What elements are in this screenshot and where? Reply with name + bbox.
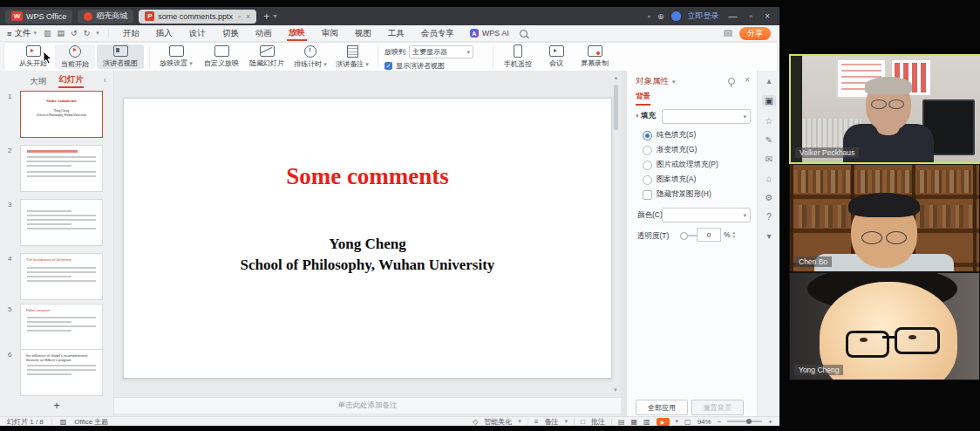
tab-member[interactable]: 会员专享 xyxy=(419,27,456,40)
login-link[interactable]: 立即登录 xyxy=(688,10,719,22)
print-icon[interactable]: ▤ xyxy=(58,29,65,38)
undo-icon[interactable]: ↺ xyxy=(71,29,78,38)
close-button[interactable]: × xyxy=(762,11,772,21)
chevron-down-icon[interactable]: ▾ xyxy=(96,30,99,37)
zoom-slider-thumb[interactable] xyxy=(746,419,752,424)
color-select[interactable]: ▾ xyxy=(662,208,751,222)
video-tile-chenbo[interactable]: Chen Bo xyxy=(789,164,980,272)
avatar[interactable] xyxy=(671,11,681,21)
notification-icon[interactable] xyxy=(724,30,732,37)
meeting-button[interactable]: 会议 xyxy=(540,44,573,69)
theme-label[interactable]: Office 主题 xyxy=(74,417,108,427)
pattern-fill-radio[interactable] xyxy=(643,175,652,185)
gradient-fill-radio[interactable] xyxy=(643,146,652,155)
tab-design[interactable]: 设计 xyxy=(187,27,208,40)
favorites-star-icon[interactable]: ☆ xyxy=(766,116,773,126)
slide-thumbnail-2[interactable] xyxy=(20,145,103,192)
tab-detach-icon[interactable]: ▫ xyxy=(238,12,241,21)
tab-transition[interactable]: 切换 xyxy=(221,27,241,40)
tab-docer-store[interactable]: 稻壳商城 xyxy=(78,10,133,24)
reset-background-button[interactable]: 重置背景 xyxy=(691,400,744,415)
normal-view-icon[interactable]: ▤ xyxy=(618,418,625,426)
collapse-panel-icon[interactable]: ‹ xyxy=(104,75,106,85)
help-icon[interactable]: ? xyxy=(766,212,772,222)
rehearse-timings-button[interactable]: 排练计时 ▾ xyxy=(290,44,330,69)
slide-sorter-view-icon[interactable]: ▦ xyxy=(630,418,637,426)
scrollbar-thumb[interactable] xyxy=(614,85,618,130)
tab-review[interactable]: 审阅 xyxy=(320,27,340,40)
share-button[interactable]: 分享 xyxy=(739,27,771,40)
search-icon[interactable] xyxy=(520,30,527,38)
add-slide-button[interactable]: + xyxy=(0,399,113,412)
mail-icon[interactable]: ✉ xyxy=(766,154,772,164)
slide-thumbnail-4[interactable]: The foundations of Geometry xyxy=(20,253,103,300)
picture-fill-radio[interactable] xyxy=(643,161,652,170)
fullscreen-icon[interactable]: ▢ xyxy=(684,418,691,426)
show-settings-button[interactable]: 放映设置 ▾ xyxy=(154,44,198,69)
tab-list-dropdown-icon[interactable]: ▾ xyxy=(273,12,276,20)
presenter-view-checkbox[interactable]: ✓ xyxy=(385,62,392,70)
zoom-out-button[interactable]: − xyxy=(718,418,722,426)
comments-button[interactable]: 批注 xyxy=(591,417,605,427)
slide-thumbnail-5[interactable]: Hilbert program xyxy=(20,304,103,351)
settings-gear-icon[interactable]: ⚙ xyxy=(766,193,773,202)
save-icon[interactable]: ▥ xyxy=(44,29,51,38)
tab-animation[interactable]: 动画 xyxy=(254,27,274,40)
edit-pencil-icon[interactable]: ✎ xyxy=(766,135,772,145)
fill-section-header[interactable]: ▾ 填充 xyxy=(636,111,656,121)
chevron-down-icon[interactable]: ▾ xyxy=(676,418,679,425)
panel-close-icon[interactable]: × xyxy=(745,75,750,85)
wps-ai-button[interactable]: A WPS AI xyxy=(470,29,509,38)
display-select[interactable]: 主要显示器▾ xyxy=(409,45,473,58)
screen-record-button[interactable]: 屏幕录制 xyxy=(575,44,615,69)
tab-insert[interactable]: 插入 xyxy=(154,27,174,40)
notes-button[interactable]: 备注 xyxy=(545,417,559,427)
notes-area[interactable]: 单击此处添加备注 xyxy=(114,397,621,414)
scroll-up-icon[interactable]: ▴ xyxy=(766,76,771,86)
scroll-down-icon[interactable]: ▾ xyxy=(766,231,771,241)
tab-home[interactable]: 开始 xyxy=(121,27,141,40)
video-tile-volker[interactable]: Volker Peckhaus xyxy=(789,54,980,164)
redo-icon[interactable]: ↻ xyxy=(84,29,91,38)
slide-canvas[interactable]: Some comments Yong Cheng School of Philo… xyxy=(123,98,612,379)
tab-slideshow[interactable]: 放映 xyxy=(287,26,307,41)
phone-remote-button[interactable]: 手机遥控 xyxy=(498,44,538,69)
video-tile-yongcheng[interactable]: Yong Cheng xyxy=(789,272,980,380)
zoom-level[interactable]: 94% xyxy=(698,418,711,426)
tab-document[interactable]: P some comments.pptx ▫ × xyxy=(139,10,256,24)
zoom-in-button[interactable]: + xyxy=(768,418,772,426)
solid-fill-radio[interactable] xyxy=(643,131,652,140)
custom-show-button[interactable]: 自定义放映 xyxy=(200,44,243,69)
reading-view-icon[interactable]: ▥ xyxy=(643,418,650,426)
fill-preset-select[interactable]: ▾ xyxy=(662,109,751,124)
apply-all-button[interactable]: 全部应用 xyxy=(636,400,688,415)
tab-close-icon[interactable]: × xyxy=(246,12,250,21)
slide-thumbnail-6[interactable]: the influence of Gödel's incompleteness … xyxy=(20,349,103,396)
tab-wps-office[interactable]: W WPS Office xyxy=(5,10,72,24)
slider-thumb[interactable] xyxy=(680,232,688,240)
globe-icon[interactable]: ⊕ xyxy=(657,12,664,21)
background-tab[interactable]: 背景 xyxy=(636,92,650,106)
from-current-button[interactable]: 当前开始 xyxy=(55,44,95,69)
hide-background-checkbox[interactable] xyxy=(643,190,652,200)
properties-panel-icon[interactable]: ▣ xyxy=(762,95,775,106)
hide-slide-button[interactable]: 隐藏幻灯片 xyxy=(245,44,289,69)
pin-icon[interactable] xyxy=(728,78,735,85)
slide-thumbnail-3[interactable] xyxy=(20,199,103,246)
slide-thumbnail-1[interactable]: Some comments Yong Cheng School of Philo… xyxy=(20,91,103,138)
tab-view[interactable]: 视图 xyxy=(353,27,373,40)
outline-tab[interactable]: 大纲 xyxy=(30,76,46,87)
chevron-down-icon[interactable]: ▾ xyxy=(518,418,521,425)
speaker-notes-button[interactable]: 演讲备注 ▾ xyxy=(332,44,372,69)
home-icon[interactable]: ⌂ xyxy=(766,174,772,183)
transparency-input[interactable]: 0 xyxy=(697,228,721,242)
zoom-slider[interactable] xyxy=(727,421,762,422)
new-tab-button[interactable]: + xyxy=(263,10,269,23)
presenter-view-button[interactable]: 演讲者视图 xyxy=(97,44,144,69)
tab-tools[interactable]: 工具 xyxy=(386,27,406,40)
beautify-button[interactable]: 智能美化 xyxy=(484,417,512,427)
vertical-scrollbar[interactable]: ▴▾ xyxy=(613,74,619,393)
multi-window-icon[interactable]: ▫ xyxy=(648,12,650,21)
slideshow-play-button[interactable]: ▶ xyxy=(657,418,670,426)
stepper[interactable]: ▴▾ xyxy=(732,230,735,239)
